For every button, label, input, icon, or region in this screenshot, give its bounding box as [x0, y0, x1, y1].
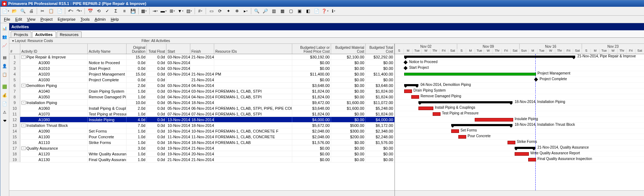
gantt-row[interactable]: Write Quality Assurance Report: [395, 151, 644, 157]
activity-row[interactable]: 9−Installation Piping10.0d0.0d05-Nov-201…: [9, 100, 395, 105]
print-button[interactable]: 🖨: [27, 7, 35, 15]
rail-expenses-icon[interactable]: 💰: [1, 92, 8, 99]
gantt-row[interactable]: Project Complete: [395, 77, 644, 83]
col-start[interactable]: Start: [166, 44, 190, 54]
open-button[interactable]: 📂: [10, 7, 18, 15]
filter-name[interactable]: Filter: All Activities: [132, 39, 644, 43]
col-blabor[interactable]: Budgeted Labor or Fixed Price Cost: [292, 44, 331, 54]
summarize-button[interactable]: Σ: [112, 7, 120, 15]
col-num[interactable]: #: [9, 44, 20, 54]
milestone-icon[interactable]: [403, 60, 407, 64]
rail-reports-icon[interactable]: 📈: [1, 42, 8, 49]
columns-button[interactable]: ▥: [270, 7, 278, 15]
activity-row[interactable]: 13−Installation Thrust Block7.0d0.0d10-N…: [9, 123, 395, 128]
rail-projects-icon[interactable]: 📊: [1, 25, 8, 32]
about-button[interactable]: ℹ: [330, 7, 338, 15]
gantt-row[interactable]: Remove Damaged Piping: [395, 94, 644, 100]
summary-bar[interactable]: [418, 101, 512, 103]
milestone-icon[interactable]: [403, 66, 407, 70]
gantt-rows[interactable]: 21-Nov-2014, Pipe Repair & ImproveNotice…: [395, 54, 644, 190]
store-button[interactable]: 💾: [129, 7, 137, 15]
menu-admin[interactable]: Admin: [92, 16, 108, 22]
zoom-out-button[interactable]: 🔎: [261, 7, 269, 15]
menu-file[interactable]: File: [2, 16, 12, 22]
copy-button[interactable]: 📋: [47, 7, 55, 15]
filter-button[interactable]: ▼: [177, 7, 185, 15]
commit-button[interactable]: ✓: [103, 7, 111, 15]
cut-button[interactable]: ✂: [38, 7, 46, 15]
activity-row[interactable]: 7A1040Drain Piping System1.0d0.0d03-Nov-…: [9, 88, 395, 94]
task-bar[interactable]: [411, 95, 419, 99]
col-finish[interactable]: Finish: [190, 44, 214, 54]
activity-row[interactable]: 1−Pipe Repair & Improve15.0d0.0d03-Nov-2…: [9, 54, 395, 60]
spotlight-button[interactable]: ✦: [225, 7, 232, 15]
rail-risks-icon[interactable]: ❤: [1, 117, 8, 124]
spreadsheet-button[interactable]: ▦: [140, 7, 148, 15]
collapse-icon[interactable]: −: [21, 124, 26, 127]
task-bar[interactable]: [418, 107, 433, 110]
title-bar[interactable]: ◆ Primavera P6 Professional R15.1 : PIPE…: [0, 0, 644, 7]
new-button[interactable]: 📄: [2, 7, 10, 15]
gantt-row[interactable]: Strike Forms: [395, 140, 644, 145]
col-float[interactable]: Total Float: [147, 44, 166, 54]
level-button[interactable]: ≡: [120, 7, 128, 15]
zoom-in-button[interactable]: 🔍: [253, 7, 261, 15]
gantt-row[interactable]: Install Piping & Couplings: [395, 105, 644, 111]
task-bar[interactable]: [515, 152, 529, 156]
refresh-button[interactable]: ⟳: [216, 7, 224, 15]
task-bar[interactable]: [458, 135, 466, 139]
gantt-button[interactable]: ▬: [160, 7, 168, 15]
print-preview-button[interactable]: 🔍: [19, 7, 27, 15]
gantt-row[interactable]: Pour Concrete: [395, 134, 644, 140]
summary-bar[interactable]: [404, 84, 418, 86]
activity-row[interactable]: 5A1030Project Complete0.0d0.0d21-Nov-201…: [9, 77, 395, 83]
activity-row[interactable]: 10A1060Install Piping & Coupling2.0d0.0d…: [9, 105, 395, 111]
rail-resources-icon[interactable]: 👥: [1, 33, 8, 40]
reflect-button[interactable]: ⟲: [95, 7, 103, 15]
menu-tools[interactable]: Tools: [78, 16, 92, 22]
activity-row[interactable]: 17−Quality Assurance3.0d0.0d19-Nov-20142…: [9, 145, 395, 151]
activity-row[interactable]: 12A1080Insulate Piping4.0d0.0d13-Nov-201…: [9, 117, 395, 123]
more-button[interactable]: ▸: [242, 7, 249, 15]
activity-row[interactable]: 4A1020Project Management15.0d0.0d03-Nov-…: [9, 71, 395, 77]
loe-bar[interactable]: [404, 73, 536, 76]
activity-row[interactable]: 8A1050Remove Damaged Pipir1.0d0.0d04-Nov…: [9, 94, 395, 100]
task-bar[interactable]: [404, 89, 412, 93]
collapse-icon[interactable]: −: [21, 101, 26, 104]
paste-button[interactable]: 📄: [56, 7, 63, 15]
col-name[interactable]: Activity Name: [88, 44, 127, 54]
menu-view[interactable]: View: [25, 16, 38, 22]
rail-activities-icon[interactable]: 👤: [1, 62, 8, 69]
task-bar[interactable]: [475, 118, 513, 122]
half-view-button[interactable]: ◧: [304, 7, 312, 15]
table-button[interactable]: ▦: [278, 7, 286, 15]
doc-button[interactable]: 📄: [313, 7, 320, 15]
summary-bar[interactable]: [451, 124, 512, 126]
col-id[interactable]: Activity ID: [20, 44, 88, 54]
schedule-button[interactable]: 📅: [86, 7, 94, 15]
gantt-row[interactable]: Drain Piping System: [395, 88, 644, 94]
menu-enterprise[interactable]: Enterprise: [56, 16, 78, 22]
rail-wbs-icon[interactable]: ▤: [1, 54, 8, 61]
gantt-row[interactable]: Project Management: [395, 71, 644, 77]
activity-row[interactable]: 11A1070Test Piping at Pressure1.0d0.0d07…: [9, 111, 395, 117]
gantt-row[interactable]: Set Forms: [395, 128, 644, 134]
layout-name[interactable]: ▾ Layout: Resource Costs: [9, 39, 132, 43]
undo-button[interactable]: ↶: [67, 7, 74, 15]
help-button[interactable]: ❓: [321, 7, 329, 15]
gantt-row[interactable]: 21-Nov-2014, Quality Assurance: [395, 145, 644, 151]
gantt-legends-button[interactable]: ▭: [207, 7, 215, 15]
col-res[interactable]: Resource IDs: [214, 44, 292, 54]
activity-row[interactable]: 3A1010Start Project0.0d0.0d03-Nov-2014$0…: [9, 66, 395, 71]
group-button[interactable]: ⊞: [168, 7, 176, 15]
tab-activities[interactable]: Activities: [32, 31, 56, 37]
summary-bar[interactable]: [404, 56, 575, 58]
rail-thresholds-icon[interactable]: 📄: [1, 100, 8, 107]
tab-projects[interactable]: Projects: [11, 31, 31, 37]
activity-row[interactable]: 15A1100Pour Concrete1.0d0.0d11-Nov-20141…: [9, 134, 395, 140]
layout-button[interactable]: ▤: [185, 7, 193, 15]
activity-row[interactable]: 16A1110Strike Forms1.0d0.0d18-Nov-201418…: [9, 140, 395, 145]
col-btot[interactable]: Budgeted Total Cost: [366, 44, 395, 54]
tab-resources[interactable]: Resources: [57, 31, 82, 37]
menu-help[interactable]: Help: [109, 16, 121, 22]
